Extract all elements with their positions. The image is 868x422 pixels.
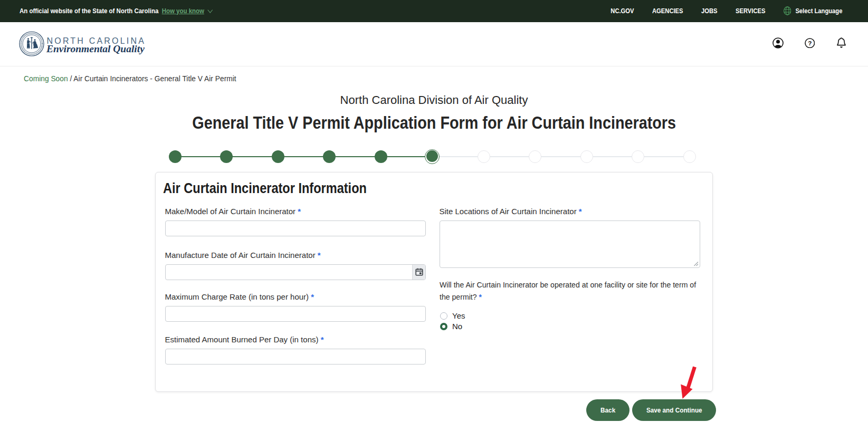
svg-text:?: ? [808, 40, 812, 46]
